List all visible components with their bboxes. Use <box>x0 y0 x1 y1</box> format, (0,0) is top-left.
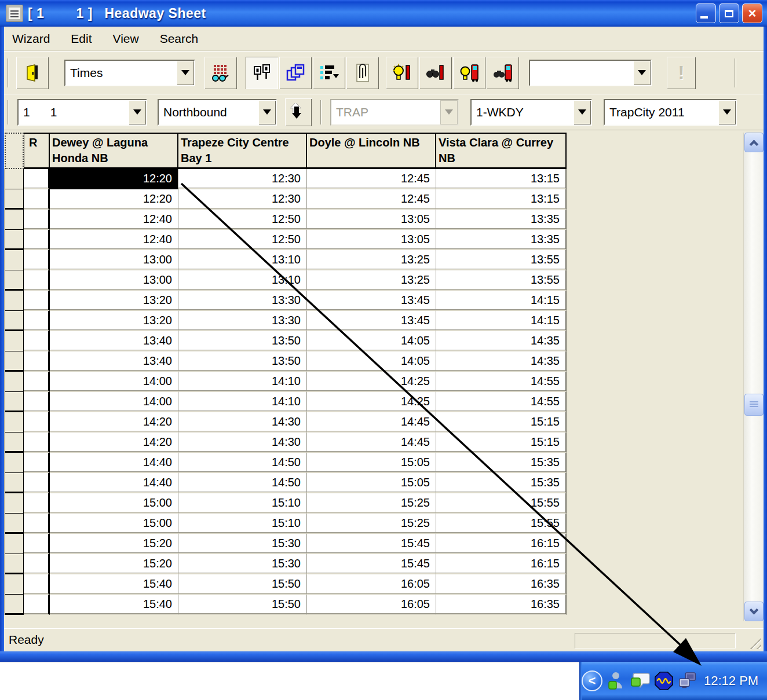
time-cell[interactable]: 15:25 <box>307 514 436 534</box>
time-cell[interactable]: 14:15 <box>436 311 567 331</box>
time-cell[interactable]: 13:05 <box>307 210 436 230</box>
time-cell[interactable]: 13:00 <box>50 270 178 291</box>
r-flag-cell[interactable] <box>24 392 50 412</box>
time-cell[interactable]: 13:45 <box>307 311 436 331</box>
minimize-button[interactable] <box>696 3 716 23</box>
time-cell[interactable]: 14:05 <box>307 351 436 372</box>
time-cell[interactable]: 14:10 <box>178 372 307 392</box>
time-cell[interactable]: 13:40 <box>50 351 178 372</box>
messenger-user-icon[interactable] <box>607 670 626 691</box>
network-computers-icon[interactable] <box>678 670 697 691</box>
row-selector[interactable] <box>5 331 24 351</box>
time-cell[interactable]: 14:35 <box>436 351 567 372</box>
time-cell[interactable]: 15:45 <box>307 534 436 554</box>
row-selector[interactable] <box>5 210 24 230</box>
time-cell[interactable]: 14:25 <box>307 372 436 392</box>
route-combo[interactable]: 1 1 <box>17 99 147 126</box>
time-cell[interactable]: 15:20 <box>50 534 178 554</box>
cascade-windows-button[interactable] <box>279 57 312 89</box>
row-selector[interactable] <box>5 433 24 453</box>
row-selector[interactable] <box>5 514 24 534</box>
time-cell[interactable]: 15:05 <box>307 473 436 493</box>
time-cell[interactable]: 13:45 <box>307 291 436 311</box>
time-cell[interactable]: 13:25 <box>307 270 436 291</box>
time-cell[interactable]: 15:35 <box>436 453 567 473</box>
row-selector[interactable] <box>5 412 24 433</box>
r-flag-cell[interactable] <box>24 473 50 493</box>
time-cell[interactable]: 12:50 <box>178 210 307 230</box>
r-flag-cell[interactable] <box>24 372 50 392</box>
taskbar-clock[interactable]: 12:12 PM <box>704 673 758 688</box>
r-flag-cell[interactable] <box>24 270 50 291</box>
audio-wave-icon[interactable] <box>654 670 674 691</box>
r-flag-cell[interactable] <box>24 210 50 230</box>
font-combo[interactable]: Times <box>64 60 195 86</box>
sort-list-button[interactable] <box>313 57 345 89</box>
column-header-dewey[interactable]: Dewey @ Laguna Honda NB <box>50 133 178 169</box>
time-cell[interactable]: 12:45 <box>307 169 436 189</box>
r-flag-cell[interactable] <box>24 291 50 311</box>
maximize-button[interactable] <box>719 3 739 23</box>
recalc-button[interactable] <box>204 57 237 89</box>
show-stops-button[interactable] <box>246 57 278 89</box>
row-selector[interactable] <box>5 534 24 554</box>
time-cell[interactable]: 12:20 <box>50 189 178 210</box>
time-cell[interactable]: 14:15 <box>436 291 567 311</box>
time-cell[interactable]: 14:10 <box>178 392 307 412</box>
search-combo[interactable] <box>529 60 652 86</box>
row-selector[interactable] <box>5 230 24 250</box>
time-cell[interactable]: 14:30 <box>178 433 307 453</box>
service-combo[interactable]: 1-WKDY <box>470 99 592 126</box>
menu-search[interactable]: Search <box>149 30 209 48</box>
row-selector[interactable] <box>5 554 24 574</box>
menu-wizard[interactable]: Wizard <box>4 30 60 48</box>
r-flag-cell[interactable] <box>24 250 50 270</box>
time-cell[interactable]: 13:30 <box>178 291 307 311</box>
resize-grip[interactable] <box>747 635 761 649</box>
r-flag-cell[interactable] <box>24 189 50 210</box>
r-flag-cell[interactable] <box>24 554 50 574</box>
time-cell[interactable]: 15:00 <box>50 514 178 534</box>
service-combo-dropdown[interactable] <box>574 100 591 124</box>
time-cell[interactable]: 14:55 <box>436 392 567 412</box>
time-cell[interactable]: 15:25 <box>307 493 436 514</box>
time-cell[interactable]: 15:45 <box>307 554 436 574</box>
direction-combo-dropdown[interactable] <box>258 100 276 124</box>
r-flag-cell[interactable] <box>24 574 50 595</box>
exit-button[interactable] <box>16 57 49 89</box>
time-cell[interactable]: 15:00 <box>50 493 178 514</box>
time-cell[interactable]: 15:35 <box>436 473 567 493</box>
time-cell[interactable]: 15:50 <box>178 595 307 615</box>
time-cell[interactable]: 14:50 <box>178 473 307 493</box>
direction-combo[interactable]: Northbound <box>158 99 277 126</box>
time-cell[interactable]: 15:30 <box>178 554 307 574</box>
time-cell[interactable]: 14:00 <box>50 392 178 412</box>
r-flag-cell[interactable] <box>24 514 50 534</box>
move-up-down-button[interactable] <box>285 98 312 126</box>
search-combo-dropdown[interactable] <box>633 61 651 85</box>
time-cell[interactable]: 16:15 <box>436 554 567 574</box>
menu-edit[interactable]: Edit <box>60 30 102 48</box>
time-cell[interactable]: 14:45 <box>307 412 436 433</box>
column-header-doyle[interactable]: Doyle @ Lincoln NB <box>307 133 436 169</box>
attachment-button[interactable] <box>346 57 379 89</box>
time-cell[interactable]: 16:15 <box>436 534 567 554</box>
time-cell[interactable]: 13:50 <box>178 331 307 351</box>
hint-vehicle-button[interactable] <box>453 57 485 89</box>
time-cell[interactable]: 13:25 <box>307 250 436 270</box>
r-flag-cell[interactable] <box>24 331 50 351</box>
time-cell[interactable]: 13:30 <box>178 311 307 331</box>
route-combo-dropdown[interactable] <box>129 100 146 124</box>
time-cell[interactable]: 14:20 <box>50 433 178 453</box>
time-cell[interactable]: 16:05 <box>307 574 436 595</box>
r-flag-cell[interactable] <box>24 230 50 250</box>
time-cell[interactable]: 13:35 <box>436 210 567 230</box>
row-selector[interactable] <box>5 574 24 595</box>
time-cell[interactable]: 14:40 <box>50 473 178 493</box>
font-combo-dropdown[interactable] <box>177 61 194 85</box>
row-selector[interactable] <box>5 311 24 331</box>
time-cell[interactable]: 15:50 <box>178 574 307 595</box>
row-selector[interactable] <box>5 493 24 514</box>
time-cell[interactable]: 13:15 <box>436 189 567 210</box>
menu-view[interactable]: View <box>103 30 149 48</box>
